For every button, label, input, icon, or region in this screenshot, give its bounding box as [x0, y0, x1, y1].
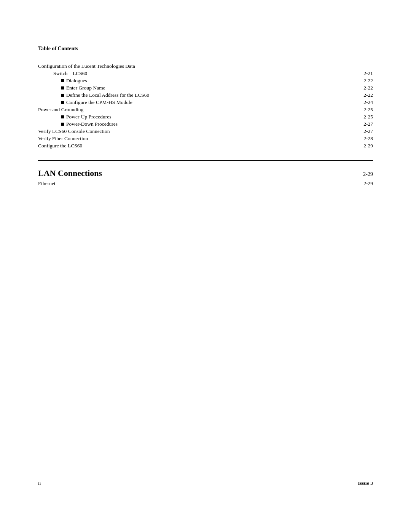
corner-mark-tr	[377, 23, 388, 23]
corner-mark-br	[377, 509, 388, 509]
toc-entry-text-config-lucent: Configuration of the Lucent Technologies…	[38, 63, 354, 69]
toc-entry-power-down: Power-Down Procedures 2-27	[38, 121, 373, 127]
toc-entry-power-up: Power-Up Procedures 2-25	[38, 114, 373, 120]
toc-entries: Configuration of the Lucent Technologies…	[38, 63, 373, 149]
footer-page-number: ii	[38, 480, 41, 486]
toc-title: Table of Contents	[38, 46, 78, 52]
toc-entry-text-configure-lcs60: Configure the LCS60	[38, 143, 354, 149]
toc-entry-page-dialogues: 2-22	[354, 78, 373, 84]
toc-entry-verify-lcs60: Verify LCS60 Console Connection 2-27	[38, 128, 373, 134]
lan-header: LAN Connections 2-29	[38, 168, 373, 178]
toc-entry-configure-lcs60: Configure the LCS60 2-29	[38, 143, 373, 149]
toc-entry-page-power-down: 2-27	[354, 121, 373, 127]
content-area: Table of Contents Configuration of the L…	[38, 38, 373, 494]
toc-entry-text-power-grounding: Power and Grounding	[38, 107, 354, 113]
lan-entry-page-ethernet: 2-29	[354, 181, 373, 187]
toc-entry-text-define-local-address: Define the Local Address for the LCS60	[61, 92, 354, 98]
toc-entry-power-grounding: Power and Grounding 2-25	[38, 107, 373, 113]
toc-entry-page-define-local-address: 2-22	[354, 92, 373, 98]
corner-mark-bl	[23, 509, 34, 509]
toc-header: Table of Contents	[38, 46, 373, 52]
toc-entry-page-enter-group-name: 2-22	[354, 85, 373, 91]
footer: ii Issue 3	[38, 480, 373, 486]
toc-entry-text-switch-lcs60: Switch – LCS60	[53, 70, 354, 77]
bullet-configure-cpm-hs	[61, 101, 64, 104]
toc-entry-switch-lcs60: Switch – LCS60 2-21	[38, 70, 373, 77]
footer-issue: Issue 3	[358, 480, 373, 486]
lan-entry-ethernet: Ethernet 2-29	[38, 181, 373, 187]
toc-entry-text-enter-group-name: Enter Group Name	[61, 85, 354, 91]
toc-entry-text-verify-fiber: Verify Fiber Connection	[38, 136, 354, 142]
bullet-dialogues	[61, 79, 64, 82]
page: Table of Contents Configuration of the L…	[0, 0, 411, 532]
toc-entry-verify-fiber: Verify Fiber Connection 2-28	[38, 136, 373, 142]
toc-entry-text-dialogues: Dialogues	[61, 78, 354, 84]
bullet-enter-group-name	[61, 86, 64, 89]
bullet-define-local-address	[61, 94, 64, 97]
section-divider	[38, 160, 373, 161]
toc-entry-enter-group-name: Enter Group Name 2-22	[38, 85, 373, 91]
toc-entry-configure-cpm-hs: Configure the CPM-HS Module 2-24	[38, 99, 373, 105]
toc-entry-page-configure-cpm-hs: 2-24	[354, 99, 373, 105]
lan-title: LAN Connections	[38, 168, 102, 178]
lan-section: LAN Connections 2-29 Ethernet 2-29	[38, 168, 373, 187]
lan-title-page: 2-29	[363, 171, 373, 177]
toc-entry-text-verify-lcs60: Verify LCS60 Console Connection	[38, 128, 354, 134]
toc-entry-page-power-grounding: 2-25	[354, 107, 373, 113]
toc-entry-config-lucent: Configuration of the Lucent Technologies…	[38, 63, 373, 69]
toc-entry-text-power-up: Power-Up Procedures	[61, 114, 354, 120]
toc-entry-page-verify-lcs60: 2-27	[354, 128, 373, 134]
toc-entry-page-verify-fiber: 2-28	[354, 136, 373, 142]
toc-entry-page-power-up: 2-25	[354, 114, 373, 120]
toc-entry-page-switch-lcs60: 2-21	[354, 70, 373, 77]
toc-entry-text-power-down: Power-Down Procedures	[61, 121, 354, 127]
bullet-power-up	[61, 115, 64, 118]
toc-entry-dialogues: Dialogues 2-22	[38, 78, 373, 84]
toc-header-line	[83, 49, 373, 49]
lan-entry-text-ethernet: Ethernet	[38, 181, 56, 187]
bullet-power-down	[61, 123, 64, 126]
toc-entry-define-local-address: Define the Local Address for the LCS60 2…	[38, 92, 373, 98]
toc-entry-text-configure-cpm-hs: Configure the CPM-HS Module	[61, 99, 354, 105]
corner-mark-tl	[23, 23, 34, 23]
toc-entry-page-configure-lcs60: 2-29	[354, 143, 373, 149]
